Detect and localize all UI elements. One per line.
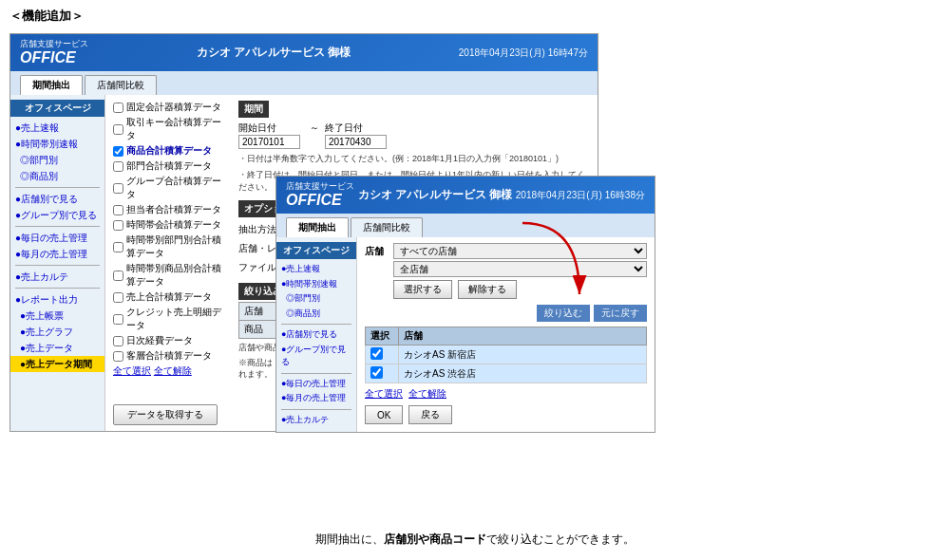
sidebar-item-8[interactable]: ●売上カルテ: [10, 269, 104, 285]
cb-fixed[interactable]: [113, 103, 123, 113]
sidebar-item-7[interactable]: ●毎月の売上管理: [10, 246, 104, 262]
s2-filter-btns: 絞り込む 元に戻す: [365, 305, 647, 322]
sidebar-item-13[interactable]: ●売上データ期間: [10, 356, 104, 372]
office-logo: OFFICE: [20, 49, 88, 66]
sidebar-item-0[interactable]: ●売上速報: [10, 120, 104, 136]
s2-select-all[interactable]: 全て選択: [365, 387, 403, 401]
s2-checkbox-0[interactable]: [370, 347, 383, 360]
s2-sidebar-5[interactable]: ●グループ別で見る: [276, 343, 356, 370]
sidebar-item-6[interactable]: ●毎日の売上管理: [10, 230, 104, 246]
s2-table: 選択 店舗 カシオAS 新宿店 カシオAS 渋谷店: [365, 327, 647, 383]
cb-hourly[interactable]: [113, 220, 123, 231]
cb-sales[interactable]: [113, 292, 123, 303]
sidebar-item-12[interactable]: ●売上データ: [10, 340, 104, 356]
cb-hourly-dept[interactable]: [113, 242, 123, 252]
cb-group[interactable]: [113, 183, 123, 194]
cb-label-12: 客層合計積算データ: [126, 349, 212, 363]
sidebar-item-9[interactable]: ●レポート出力: [10, 291, 104, 308]
s2-check-1[interactable]: [366, 364, 399, 383]
cb-item-12: 客層合計積算データ: [113, 349, 221, 363]
s2-form: 店舗 すべての店舗 全店舗 選択する 解除する: [357, 237, 655, 432]
s2-app-header: 店舗支援サービス OFFICE カシオ アパレルサービス 御様 2018年04月…: [276, 177, 655, 214]
cb-customer[interactable]: [113, 351, 123, 362]
s2-bottom-btns: OK 戻る: [365, 405, 647, 424]
s2-office-logo: OFFICE: [286, 192, 354, 209]
sidebar-item-1[interactable]: ●時間帯別速報: [10, 136, 104, 152]
cb-dept[interactable]: [113, 161, 123, 172]
cb-key[interactable]: [113, 124, 123, 135]
cb-label-5: 担当者合計積算データ: [126, 203, 221, 216]
period-note1: ・日付は半角数字で入力してください。(例：2018年1月1日の入力例「20180…: [238, 153, 590, 165]
s2-col-select: 選択: [366, 327, 399, 345]
cb-label-10: クレジット売上明細データ: [126, 306, 221, 332]
cb-item-6: 時間帯会計積算データ: [113, 218, 221, 232]
s2-sidebar-0[interactable]: ●売上速報: [276, 262, 356, 277]
sidebar-item-2[interactable]: ◎部門別: [10, 152, 104, 168]
s2-tab-period[interactable]: 期間抽出: [286, 217, 349, 237]
s2-filter-back-btn[interactable]: 元に戻す: [594, 305, 647, 322]
fetch-button[interactable]: データを取得する: [113, 404, 218, 425]
sidebar-item-11[interactable]: ●売上グラフ: [10, 324, 104, 340]
app-title: カシオ アパレルサービス 御様: [197, 45, 351, 61]
s2-sidebar-3[interactable]: ◎商品別: [276, 307, 356, 322]
sidebar-item-4[interactable]: ●店舗別で見る: [10, 191, 104, 207]
s2-app-logo: 店舗支援サービス OFFICE: [286, 182, 354, 208]
s2-sidebar-4[interactable]: ●店舗別で見る: [276, 327, 356, 343]
s2-col-store: 店舗: [399, 327, 647, 345]
cb-expense[interactable]: [113, 336, 123, 346]
cb-item-8: 時間帯別商品別合計積算データ: [113, 262, 221, 289]
tilde: ～: [300, 121, 325, 135]
sidebar-item-3[interactable]: ◎商品別: [10, 168, 104, 184]
start-date-label: 開始日付: [238, 121, 300, 135]
s2-sidebar-8[interactable]: ●売上カルテ: [276, 413, 356, 428]
cb-label-3: 部門合計積算データ: [126, 159, 212, 173]
s2-service-text: 店舗支援サービス: [286, 182, 354, 192]
cb-product[interactable]: [113, 146, 123, 157]
s2-table-row-0: カシオAS 新宿店: [366, 345, 647, 364]
end-date-input[interactable]: [325, 135, 387, 149]
cb-hourly-prod[interactable]: [113, 271, 123, 281]
cb-staff[interactable]: [113, 205, 123, 215]
s2-sidebar-1[interactable]: ●時間帯別速報: [276, 277, 356, 292]
s2-content-area: オフィスページ ●売上速報 ●時間帯別速報 ◎部門別 ◎商品別 ●店舗別で見る …: [276, 237, 655, 432]
s2-all-links: 全て選択 全て解除: [365, 387, 647, 401]
screenshot2: 店舗支援サービス OFFICE カシオ アパレルサービス 御様 2018年04月…: [275, 176, 655, 433]
s2-check-0[interactable]: [366, 345, 399, 364]
s2-sidebar-2[interactable]: ◎部門別: [276, 291, 356, 307]
cb-item-2: 商品合計積算データ: [113, 144, 221, 158]
cb-item-11: 日次経費データ: [113, 334, 221, 347]
s2-tab-compare[interactable]: 店舗間比較: [351, 217, 423, 237]
sidebar-item-5[interactable]: ●グループ別で見る: [10, 207, 104, 223]
s2-store-btn-row: 選択する 解除する: [393, 280, 647, 299]
s2-tab-bar: 期間抽出 店舗間比較: [276, 214, 655, 237]
end-date-value: [325, 135, 387, 149]
start-date-value: [238, 135, 300, 149]
s2-filter-in-btn[interactable]: 絞り込む: [537, 305, 590, 322]
s2-store-select1[interactable]: すべての店舗: [393, 243, 647, 259]
s2-back-btn[interactable]: 戻る: [408, 405, 452, 424]
cb-credit[interactable]: [113, 314, 123, 325]
s2-select-btn[interactable]: 選択する: [393, 280, 452, 299]
s2-deselect-all[interactable]: 全て解除: [408, 387, 446, 401]
s2-sidebar-6[interactable]: ●毎日の売上管理: [276, 377, 356, 392]
deselect-all-link[interactable]: 全て解除: [154, 365, 192, 376]
select-all-link[interactable]: 全て選択: [113, 365, 151, 376]
cb-label-9: 売上合計積算データ: [126, 290, 212, 304]
s2-checkbox-1[interactable]: [370, 366, 383, 379]
cb-label-4: グループ合計積算データ: [126, 175, 221, 201]
s2-sidebar-7[interactable]: ●毎月の売上管理: [276, 391, 356, 406]
s2-store-select2[interactable]: 全店舗: [393, 261, 647, 277]
caption-text2: で絞り込むことができます。: [486, 532, 635, 546]
s2-sidebar: オフィスページ ●売上速報 ●時間帯別速報 ◎部門別 ◎商品別 ●店舗別で見る …: [276, 237, 357, 432]
sidebar-item-10[interactable]: ●売上帳票: [10, 308, 104, 324]
tab-period[interactable]: 期間抽出: [20, 75, 83, 95]
s2-table-row-1: カシオAS 渋谷店: [366, 364, 647, 383]
s2-ok-btn[interactable]: OK: [365, 405, 403, 424]
cb-label-6: 時間帯会計積算データ: [126, 218, 221, 232]
sidebar: オフィスページ ●売上速報 ●時間帯別速報 ◎部門別 ◎商品別 ●店舗別で見る …: [10, 95, 105, 431]
cb-item-5: 担当者合計積算データ: [113, 203, 221, 216]
tab-compare[interactable]: 店舗間比較: [85, 75, 157, 95]
s2-store-name-0: カシオAS 新宿店: [399, 345, 647, 364]
start-date-input[interactable]: [238, 135, 300, 149]
s2-release-btn[interactable]: 解除する: [458, 280, 517, 299]
